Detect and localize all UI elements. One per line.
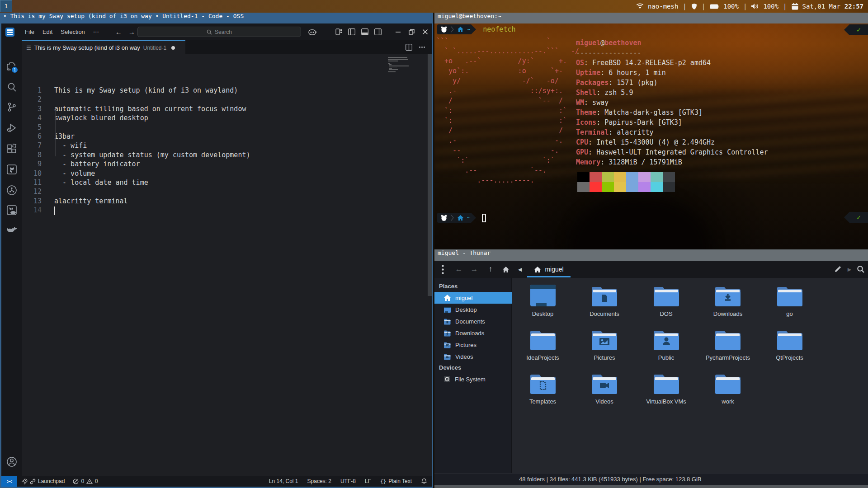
run-debug-icon[interactable] <box>6 122 18 134</box>
search-button[interactable] <box>856 261 866 278</box>
copilot-button[interactable] <box>308 28 317 36</box>
code-line: alacritty terminal <box>54 197 128 206</box>
source-control-icon[interactable] <box>6 101 18 113</box>
nav-forward-icon[interactable]: → <box>125 27 138 37</box>
status-encoding[interactable]: UTF-8 <box>336 476 360 487</box>
folder-ideaprojects[interactable]: IdeaProjects <box>517 328 569 361</box>
toggle-sidebar-icon[interactable] <box>348 28 355 35</box>
line-number: 9 <box>22 160 42 169</box>
menu-more[interactable]: ⋯ <box>89 27 103 37</box>
status-language[interactable]: {}Plain Text <box>376 476 416 487</box>
line-number: 12 <box>22 187 42 196</box>
remote-explorer-icon[interactable] <box>6 184 18 196</box>
more-actions-icon[interactable] <box>419 44 425 51</box>
status-spaces[interactable]: Spaces: 2 <box>303 476 336 487</box>
toggle-panel-icon[interactable] <box>361 28 368 35</box>
notifications-bell[interactable] <box>416 476 432 487</box>
neofetch-info: miguel@beethoven----------------OS: Free… <box>576 38 768 167</box>
bell-icon <box>421 478 427 484</box>
menu-selection[interactable]: Selection <box>57 27 89 37</box>
back-button[interactable]: ← <box>453 261 464 278</box>
line-number: 3 <box>22 104 42 113</box>
copilot-icon <box>308 28 317 36</box>
link-icon <box>30 479 36 484</box>
folder-virtualbox-vms[interactable]: VirtualBox VMs <box>640 371 693 405</box>
restore-icon[interactable] <box>409 29 415 35</box>
line-number: 1 <box>22 86 42 95</box>
terraform-icon[interactable] <box>6 164 18 175</box>
search-icon <box>207 29 212 35</box>
editor[interactable]: 1234567891011121314 This is my Sway setu… <box>22 54 432 476</box>
status-line-col[interactable]: Ln 14, Col 1 <box>264 476 303 487</box>
status-eol[interactable]: LF <box>360 476 376 487</box>
code-line: automatic tilling based on current focus… <box>54 104 246 113</box>
extensions-icon[interactable] <box>6 143 18 155</box>
remote-indicator[interactable]: >< <box>1 476 17 487</box>
sidebar-item-videos[interactable]: Videos <box>434 351 512 362</box>
vscode-window: • This is my Sway setup (kind of i3 on w… <box>0 13 433 488</box>
toggle-secondary-sidebar-icon[interactable] <box>374 28 382 35</box>
menu-file[interactable]: File <box>21 27 38 37</box>
prompt-line-2: ~ <box>437 213 486 223</box>
text-cursor <box>54 206 55 215</box>
scrollbar[interactable] <box>428 54 432 296</box>
split-editor-icon[interactable] <box>406 44 412 51</box>
window-border <box>434 485 868 488</box>
menu-edit[interactable]: Edit <box>38 27 57 37</box>
folder-dos[interactable]: DOS <box>640 284 693 317</box>
tab-untitled[interactable]: ☰ This is my Sway setup (kind of i3 on w… <box>22 40 185 54</box>
search-input[interactable]: Search <box>137 27 301 37</box>
folder-documents[interactable]: Documents <box>578 284 631 317</box>
devices-header: Devices <box>434 364 461 371</box>
close-icon[interactable] <box>422 29 428 35</box>
problems-item[interactable]: 0 0 <box>69 476 102 487</box>
toolbar-expand-icon[interactable]: ▶ <box>847 261 852 278</box>
minimap[interactable] <box>388 56 415 83</box>
search-view-icon[interactable] <box>6 81 18 93</box>
up-button[interactable]: ↑ <box>485 261 496 278</box>
folder-go[interactable]: go <box>764 284 816 317</box>
sidebar-item-pictures[interactable]: Pictures <box>434 339 512 351</box>
folder-public[interactable]: Public <box>640 328 693 361</box>
sidebar-item-documents[interactable]: Documents <box>434 315 512 327</box>
menu-dots-icon[interactable] <box>439 261 446 278</box>
wifi-ssid: nao-mesh <box>648 3 678 10</box>
modified-dot-icon[interactable] <box>171 46 175 50</box>
path-tab[interactable]: miguel <box>527 261 571 278</box>
terminal[interactable]: ~ neofetch ✓ ``` ` ` `.....---..........… <box>434 23 868 249</box>
rocket-icon <box>21 479 28 484</box>
forward-button[interactable]: → <box>469 261 480 278</box>
home-button[interactable] <box>500 261 511 278</box>
folder-pictures[interactable]: Pictures <box>578 328 631 361</box>
customize-layout-icon[interactable] <box>335 28 342 35</box>
sidebar-item-file-system[interactable]: File System <box>434 373 512 385</box>
launchpad-item[interactable]: Launchpad <box>17 476 69 487</box>
minimize-icon[interactable] <box>395 29 401 35</box>
folder-videos[interactable]: Videos <box>578 371 631 405</box>
terminal-window: miguel@beethoven:~ ~ neofetch ✓ ``` <box>434 13 868 249</box>
docker-icon[interactable] <box>6 224 18 235</box>
tab-scroll-left-icon[interactable]: ◀ <box>517 261 523 278</box>
hcp-terraform-icon[interactable] <box>6 204 18 216</box>
folder-desktop[interactable]: Desktop <box>517 284 569 317</box>
workspace-button[interactable]: 1 <box>0 0 12 12</box>
terminal-color-palette <box>577 172 675 192</box>
edit-path-icon[interactable] <box>833 261 842 278</box>
sidebar-item-desktop[interactable]: Desktop <box>434 304 512 315</box>
sidebar-item-downloads[interactable]: Downloads <box>434 327 512 339</box>
sidebar-item-miguel[interactable]: miguel <box>434 292 512 304</box>
folder-templates[interactable]: Templates <box>517 371 569 405</box>
neofetch-ascii-art: ``` ` ` `.....---...........--.``` -/ +o… <box>436 36 579 185</box>
folder-work[interactable]: work <box>702 371 754 405</box>
folder-downloads[interactable]: Downloads <box>702 284 754 317</box>
account-icon[interactable] <box>6 456 18 468</box>
warnings-icon <box>86 479 93 484</box>
thunar-toolbar: ← → ↑ ◀ miguel ▶ <box>434 261 868 278</box>
code-line: - local date and time <box>54 178 148 187</box>
folder-pycharmprojects[interactable]: PycharmProjects <box>702 328 754 361</box>
nav-back-icon[interactable]: ← <box>112 27 125 37</box>
shield-icon <box>691 3 697 10</box>
folder-qtprojects[interactable]: QtProjects <box>764 328 816 361</box>
thunar-window-title: miguel - Thunar <box>434 249 868 261</box>
home-icon <box>502 266 509 273</box>
